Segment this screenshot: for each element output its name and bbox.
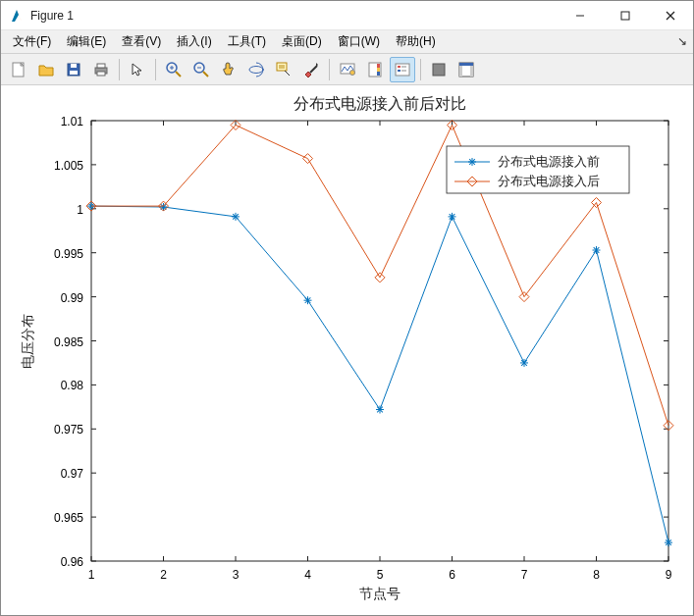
- link-icon[interactable]: [335, 57, 360, 82]
- chevron-icon[interactable]: ↘: [677, 34, 687, 48]
- pointer-icon[interactable]: [125, 57, 150, 82]
- toolbar: [1, 54, 693, 85]
- close-button[interactable]: [648, 1, 693, 30]
- window-title: Figure 1: [30, 9, 74, 23]
- svg-line-14: [176, 72, 181, 77]
- plot-title: 分布式电源接入前后对比: [294, 95, 466, 112]
- svg-rect-36: [398, 70, 400, 72]
- zoom-in-icon[interactable]: [161, 57, 187, 82]
- y-tick-label: 1.005: [54, 159, 83, 173]
- menubar: 文件(F) 编辑(E) 查看(V) 插入(I) 工具(T) 桌面(D) 窗口(W…: [1, 30, 693, 54]
- x-tick-label: 6: [449, 568, 455, 582]
- figure-area[interactable]: 1234567890.960.9650.970.9750.980.9850.99…: [1, 85, 693, 615]
- matlab-icon: [9, 8, 25, 24]
- open-icon[interactable]: [33, 57, 59, 82]
- save-icon[interactable]: [61, 57, 86, 82]
- y-tick-label: 1: [77, 203, 83, 217]
- y-tick-label: 0.99: [61, 291, 84, 305]
- maximize-button[interactable]: [603, 1, 648, 30]
- x-axis-label: 节点号: [359, 586, 400, 601]
- svg-rect-11: [97, 64, 105, 68]
- rotate3d-icon[interactable]: [243, 57, 269, 82]
- y-tick-label: 0.965: [54, 511, 83, 525]
- hide-plot-tools-icon[interactable]: [426, 57, 452, 82]
- y-tick-label: 0.97: [61, 467, 84, 481]
- menu-insert[interactable]: 插入(I): [169, 31, 219, 52]
- svg-marker-0: [12, 10, 19, 22]
- colorbar-icon[interactable]: [362, 57, 388, 82]
- y-tick-label: 0.995: [54, 247, 83, 261]
- data-cursor-icon[interactable]: [271, 57, 296, 82]
- x-tick-label: 7: [521, 568, 528, 582]
- y-axis-label: 电压分布: [20, 314, 35, 369]
- svg-rect-35: [398, 66, 400, 68]
- svg-rect-12: [97, 72, 105, 76]
- legend-item-0: 分布式电源接入前: [498, 154, 600, 169]
- show-plot-tools-icon[interactable]: [454, 57, 479, 82]
- print-icon[interactable]: [88, 57, 114, 82]
- minimize-button[interactable]: [558, 1, 603, 30]
- legend-icon[interactable]: [390, 57, 415, 82]
- x-tick-label: 9: [666, 568, 672, 582]
- svg-line-26: [310, 66, 317, 73]
- svg-rect-8: [71, 64, 77, 68]
- zoom-out-icon[interactable]: [188, 57, 214, 82]
- y-tick-label: 0.98: [61, 379, 84, 392]
- x-tick-label: 3: [233, 568, 240, 582]
- svg-rect-41: [459, 63, 473, 66]
- y-tick-label: 0.96: [61, 555, 84, 569]
- svg-rect-43: [470, 66, 473, 77]
- x-tick-label: 1: [88, 568, 95, 582]
- svg-rect-3: [621, 12, 629, 20]
- axes[interactable]: 1234567890.960.9650.970.9750.980.9850.99…: [1, 85, 693, 615]
- svg-point-20: [249, 66, 263, 73]
- brush-icon[interactable]: [298, 57, 324, 82]
- menu-tools[interactable]: 工具(T): [220, 31, 274, 52]
- menu-edit[interactable]: 编辑(E): [59, 31, 114, 52]
- svg-rect-32: [377, 64, 380, 68]
- x-tick-label: 5: [377, 568, 384, 582]
- svg-rect-33: [377, 68, 380, 72]
- svg-rect-22: [277, 63, 287, 71]
- menu-desktop[interactable]: 桌面(D): [274, 31, 330, 52]
- menu-window[interactable]: 窗口(W): [330, 31, 388, 52]
- legend-item-1: 分布式电源接入后: [498, 174, 600, 188]
- menu-file[interactable]: 文件(F): [5, 31, 59, 52]
- svg-rect-42: [459, 66, 462, 77]
- pan-icon[interactable]: [216, 57, 241, 82]
- svg-point-29: [350, 70, 355, 75]
- menu-view[interactable]: 查看(V): [114, 31, 169, 52]
- svg-line-25: [285, 71, 290, 76]
- menu-help[interactable]: 帮助(H): [388, 31, 444, 52]
- svg-rect-9: [70, 71, 78, 75]
- new-figure-icon[interactable]: [6, 57, 31, 82]
- y-tick-label: 1.01: [61, 115, 84, 128]
- y-tick-label: 0.985: [54, 335, 83, 349]
- svg-line-18: [203, 72, 208, 77]
- x-tick-label: 2: [160, 568, 167, 582]
- x-tick-label: 8: [593, 568, 600, 582]
- y-tick-label: 0.975: [54, 423, 83, 436]
- titlebar: Figure 1: [1, 1, 693, 30]
- svg-rect-39: [433, 64, 445, 76]
- x-tick-label: 4: [304, 568, 311, 582]
